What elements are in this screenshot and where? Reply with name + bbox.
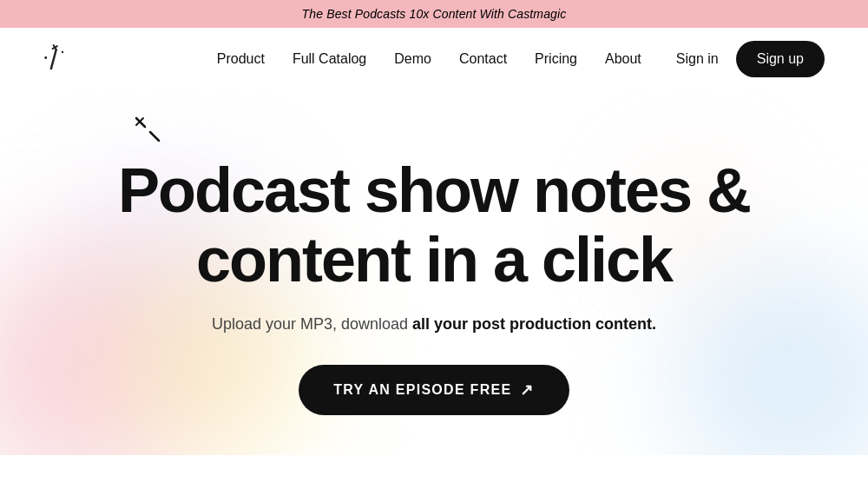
svg-line-0: [44, 50, 63, 69]
svg-point-3: [44, 56, 48, 59]
hero-section: Podcast show notes & content in a click …: [0, 90, 868, 455]
nav-item-contact[interactable]: Contact: [459, 51, 507, 67]
logo-icon: [37, 40, 73, 77]
banner-text: The Best Podcasts 10x Content With Castm…: [302, 7, 567, 21]
hero-subtext: Upload your MP3, download all your post …: [118, 315, 750, 334]
svg-line-5: [136, 118, 145, 127]
cta-arrow-icon: ↗: [520, 380, 534, 400]
svg-line-2: [54, 45, 56, 50]
navbar: Product Full Catalog Demo Contact Pricin…: [0, 28, 868, 90]
nav-item-pricing[interactable]: Pricing: [535, 51, 577, 67]
sign-in-link[interactable]: Sign in: [676, 51, 719, 67]
cta-label: TRY AN EPISODE FREE: [333, 382, 511, 398]
cta-try-free-button[interactable]: TRY AN EPISODE FREE ↗: [299, 365, 569, 415]
hero-headline: Podcast show notes & content in a click: [118, 156, 750, 294]
nav-item-full-catalog[interactable]: Full Catalog: [293, 51, 366, 67]
hero-content: Podcast show notes & content in a click …: [118, 156, 750, 414]
nav-item-about[interactable]: About: [605, 51, 641, 67]
sparkle-decoration: [135, 116, 161, 147]
nav-item-demo[interactable]: Demo: [394, 51, 431, 67]
top-banner: The Best Podcasts 10x Content With Castm…: [0, 0, 868, 28]
nav-item-product[interactable]: Product: [217, 51, 265, 67]
logo[interactable]: [43, 44, 68, 74]
sign-up-button[interactable]: Sign up: [736, 41, 825, 77]
nav-links: Product Full Catalog Demo Contact Pricin…: [217, 51, 641, 67]
nav-auth: Sign in Sign up: [676, 41, 825, 77]
svg-line-6: [150, 132, 159, 141]
svg-point-4: [61, 50, 63, 53]
